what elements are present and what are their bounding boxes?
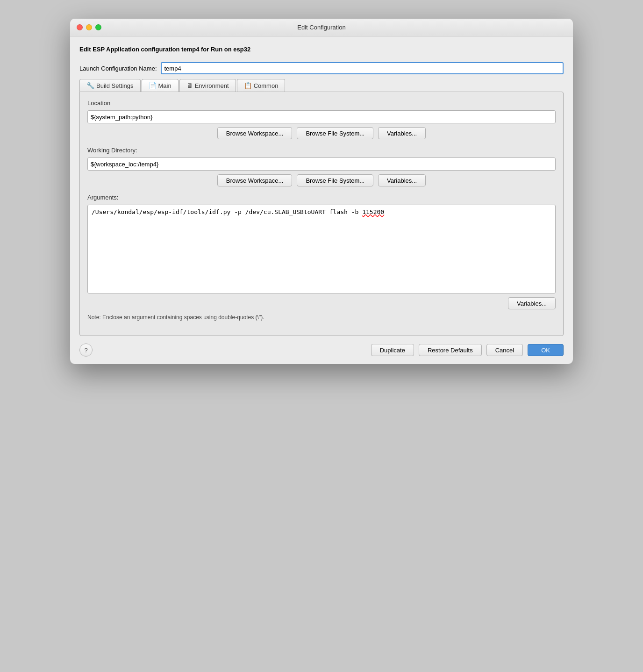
location-label: Location <box>87 100 556 107</box>
location-input[interactable] <box>87 110 556 123</box>
launch-config-row: Launch Configuration Name: <box>79 62 564 74</box>
traffic-lights <box>77 24 101 30</box>
tab-bar: 🔧 Build Settings 📄 Main 🖥 Environment 📋 … <box>79 79 564 92</box>
main-panel: Location Browse Workspace... Browse File… <box>79 92 564 336</box>
tab-main-label: Main <box>158 82 171 89</box>
bottom-bar: ? Duplicate Restore Defaults Cancel OK <box>70 336 573 364</box>
location-variables-button[interactable]: Variables... <box>378 127 426 139</box>
cancel-button[interactable]: Cancel <box>486 344 523 356</box>
working-dir-label: Working Directory: <box>87 147 556 154</box>
window-title: Edit Configuration <box>297 24 345 31</box>
arguments-textarea[interactable]: /Users/kondal/esp/esp-idf/tools/idf.py -… <box>87 205 556 293</box>
tab-common-label: Common <box>254 82 279 89</box>
help-button[interactable]: ? <box>79 343 93 357</box>
common-icon: 📋 <box>244 82 252 89</box>
location-section: Location Browse Workspace... Browse File… <box>87 100 556 139</box>
main-icon: 📄 <box>149 82 157 89</box>
tab-common[interactable]: 📋 Common <box>237 79 286 92</box>
location-browse-fs-button[interactable]: Browse File System... <box>297 127 373 139</box>
arguments-variables-button[interactable]: Variables... <box>508 297 556 309</box>
arguments-note: Note: Enclose an argument containing spa… <box>87 314 556 321</box>
maximize-button[interactable] <box>95 24 101 30</box>
duplicate-button[interactable]: Duplicate <box>371 344 414 356</box>
location-browse-workspace-button[interactable]: Browse Workspace... <box>217 127 293 139</box>
working-dir-browse-workspace-button[interactable]: Browse Workspace... <box>217 174 293 186</box>
close-button[interactable] <box>77 24 83 30</box>
dialog-heading: Edit ESP Application configuration temp4… <box>79 46 564 53</box>
main-window: Edit Configuration Edit ESP Application … <box>70 19 573 364</box>
arguments-value: /Users/kondal/esp/esp-idf/tools/idf.py -… <box>92 208 362 215</box>
launch-config-label: Launch Configuration Name: <box>79 65 157 72</box>
arguments-label: Arguments: <box>87 194 556 201</box>
working-dir-input[interactable] <box>87 157 556 171</box>
launch-config-input[interactable] <box>161 62 564 74</box>
minimize-button[interactable] <box>86 24 92 30</box>
working-dir-section: Working Directory: Browse Workspace... B… <box>87 147 556 186</box>
tab-main[interactable]: 📄 Main <box>142 79 179 92</box>
arguments-spellcheck-word: 115200 <box>362 208 384 215</box>
location-buttons: Browse Workspace... Browse File System..… <box>87 127 556 139</box>
working-dir-browse-fs-button[interactable]: Browse File System... <box>297 174 373 186</box>
titlebar: Edit Configuration <box>70 19 573 36</box>
arguments-vars-row: Variables... <box>87 297 556 309</box>
working-dir-variables-button[interactable]: Variables... <box>378 174 426 186</box>
tab-build-settings-label: Build Settings <box>96 82 134 89</box>
build-settings-icon: 🔧 <box>86 82 94 89</box>
tab-build-settings[interactable]: 🔧 Build Settings <box>79 79 141 92</box>
ok-button[interactable]: OK <box>528 344 564 356</box>
arguments-section: Arguments: /Users/kondal/esp/esp-idf/too… <box>87 194 556 321</box>
tab-environment-label: Environment <box>195 82 229 89</box>
tab-environment[interactable]: 🖥 Environment <box>179 79 236 92</box>
working-dir-buttons: Browse Workspace... Browse File System..… <box>87 174 556 186</box>
environment-icon: 🖥 <box>186 82 193 89</box>
restore-defaults-button[interactable]: Restore Defaults <box>419 344 482 356</box>
dialog-content: Edit ESP Application configuration temp4… <box>70 36 573 336</box>
